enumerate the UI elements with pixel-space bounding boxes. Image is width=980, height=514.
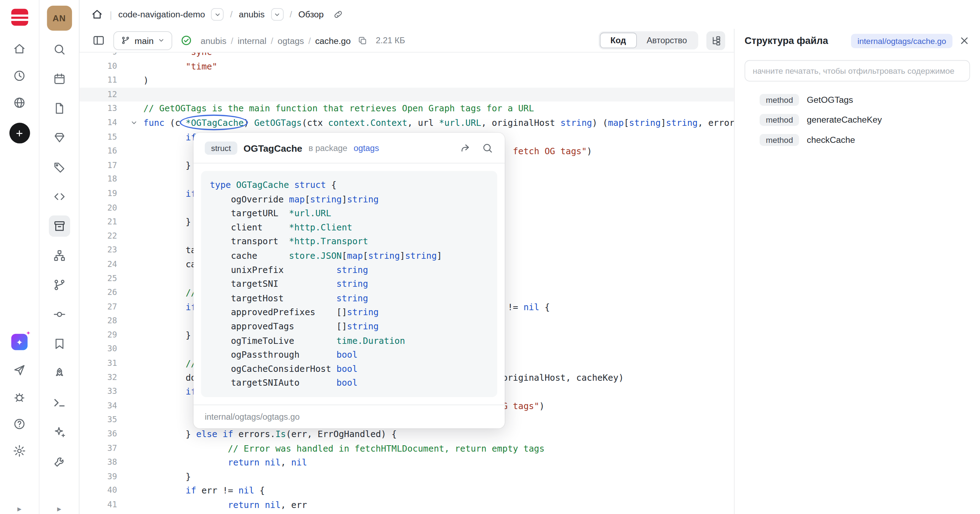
breadcrumb-page[interactable]: Обзор [298, 10, 324, 19]
code-icon[interactable] [49, 186, 70, 207]
line-number[interactable]: 41 [80, 498, 124, 512]
tag-icon[interactable] [49, 157, 70, 178]
chevron-down-icon [158, 37, 165, 44]
expand-workspace-rail-button[interactable]: ▸ [57, 505, 61, 513]
line-number[interactable]: 19 [80, 186, 124, 201]
home-icon[interactable] [13, 42, 26, 56]
breadcrumb-project[interactable]: code-navigation-demo [118, 10, 205, 19]
line-number[interactable]: 28 [80, 314, 124, 328]
line-number[interactable]: 35 [80, 413, 124, 427]
symbol-kind-badge: method [760, 94, 799, 106]
line-number[interactable]: 30 [80, 342, 124, 356]
wrench-icon[interactable] [49, 451, 70, 472]
settings-icon[interactable] [13, 444, 26, 458]
structure-item[interactable]: methodcheckCache [734, 130, 980, 149]
line-number[interactable]: 14 [80, 116, 124, 130]
symbol-name: generateCacheKey [807, 115, 882, 124]
label-icon[interactable] [49, 333, 70, 355]
avatar[interactable]: AN [47, 6, 72, 31]
line-number[interactable]: 29 [80, 328, 124, 342]
line-number[interactable]: 17 [80, 158, 124, 173]
line-number[interactable]: 10 [80, 59, 124, 73]
line-number[interactable]: 12 [80, 88, 124, 102]
copy-path-icon[interactable] [358, 35, 368, 45]
toggle-sidebar-icon[interactable] [92, 34, 105, 47]
line-number[interactable]: 11 [80, 73, 124, 88]
line-number[interactable]: 32 [80, 371, 124, 385]
structure-filter-input[interactable] [745, 60, 970, 81]
search-icon[interactable] [49, 39, 70, 60]
line-number[interactable]: 40 [80, 484, 124, 498]
path-repo[interactable]: anubis [200, 35, 226, 45]
repo-dropdown-button[interactable] [271, 8, 283, 21]
send-icon[interactable] [13, 363, 26, 377]
symbol-source-file[interactable]: internal/ogtags/ogtags.go [194, 404, 505, 428]
line-number[interactable]: 20 [80, 201, 124, 215]
close-icon[interactable] [959, 35, 970, 46]
code-line: 13// GetOGTags is the main function that… [80, 102, 734, 116]
line-number[interactable]: 26 [80, 286, 124, 300]
help-icon[interactable] [13, 417, 26, 431]
line-number[interactable]: 27 [80, 300, 124, 314]
tab-code[interactable]: Код [600, 33, 636, 48]
assistant-icon[interactable]: ✦ [11, 334, 28, 350]
go-to-definition-icon[interactable] [459, 142, 471, 154]
repository-icon[interactable] [49, 215, 70, 237]
line-number[interactable]: 13 [80, 102, 124, 116]
line-number[interactable]: 39 [80, 470, 124, 484]
branch-selector[interactable]: main [113, 31, 173, 49]
structure-item[interactable]: methodGetOGTags [734, 90, 980, 109]
line-number[interactable]: 16 [80, 144, 124, 158]
line-number[interactable]: 24 [80, 257, 124, 272]
code-line: 42} [80, 512, 734, 514]
symbol-definition-code: type OGTagCache struct { ogOverride map[… [201, 171, 497, 397]
line-number[interactable]: 22 [80, 229, 124, 243]
globe-icon[interactable] [13, 96, 26, 110]
line-number[interactable]: 23 [80, 243, 124, 257]
line-number[interactable]: 21 [80, 215, 124, 229]
history-icon[interactable] [13, 69, 26, 83]
code-editor[interactable]: 9 "sync"10 "time"11)1213// GetOGTags is … [80, 53, 734, 514]
create-button[interactable] [9, 123, 30, 143]
line-number[interactable]: 31 [80, 356, 124, 371]
code-line: 9 "sync" [80, 53, 734, 59]
terminal-icon[interactable] [49, 392, 70, 413]
tab-authorship[interactable]: Авторство [636, 33, 697, 48]
panel-file-badge[interactable]: internal/ogtags/cache.go [851, 34, 953, 48]
fold-chevron-icon[interactable] [125, 116, 143, 130]
find-usages-icon[interactable] [482, 142, 494, 154]
line-number[interactable]: 42 [80, 512, 124, 514]
popup-code-line: type OGTagCache struct { [210, 178, 488, 192]
calendar-icon[interactable] [49, 68, 70, 90]
sparkle-icon[interactable] [49, 422, 70, 443]
line-number[interactable]: 9 [80, 53, 124, 59]
project-dropdown-button[interactable] [211, 8, 224, 21]
copy-link-icon[interactable] [332, 9, 344, 20]
breadcrumb-repo[interactable]: anubis [239, 10, 265, 19]
pipeline-success-icon[interactable] [180, 34, 192, 46]
expand-rail-button[interactable]: ▸ [18, 505, 22, 513]
document-icon[interactable] [49, 98, 70, 119]
hierarchy-icon[interactable] [49, 245, 70, 266]
line-number[interactable]: 25 [80, 272, 124, 286]
line-number[interactable]: 37 [80, 441, 124, 455]
line-number[interactable]: 33 [80, 385, 124, 399]
file-structure-toggle[interactable] [706, 31, 725, 49]
commit-icon[interactable] [49, 304, 70, 325]
branch-icon[interactable] [49, 274, 70, 296]
symbol-name: GetOGTags [807, 95, 853, 105]
line-number[interactable]: 38 [80, 455, 124, 470]
home-breadcrumb-icon[interactable] [91, 8, 103, 21]
structure-item[interactable]: methodgenerateCacheKey [734, 110, 980, 129]
path-subdir[interactable]: ogtags [277, 35, 304, 45]
path-dir[interactable]: internal [238, 35, 267, 45]
line-number[interactable]: 18 [80, 172, 124, 186]
line-number[interactable]: 15 [80, 130, 124, 144]
rocket-icon[interactable] [49, 363, 70, 384]
app-logo-icon[interactable] [11, 9, 28, 26]
bug-icon[interactable] [13, 390, 26, 404]
line-number[interactable]: 36 [80, 427, 124, 441]
line-number[interactable]: 34 [80, 399, 124, 413]
package-link[interactable]: ogtags [354, 143, 379, 153]
gem-icon[interactable] [49, 127, 70, 148]
